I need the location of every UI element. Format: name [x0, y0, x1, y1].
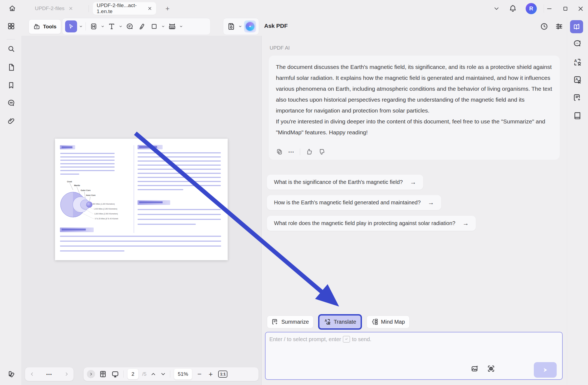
close-window-button[interactable]: [574, 3, 587, 14]
text-tool-icon: [108, 23, 115, 30]
summarize-label: Summarize: [281, 319, 309, 325]
diagram-label-inner-core: Inner Core: [86, 194, 96, 196]
svg-text:A: A: [325, 319, 327, 323]
new-tab-button[interactable]: +: [163, 4, 172, 13]
notification-bell-icon[interactable]: [509, 4, 517, 13]
translate-button-highlighted[interactable]: A Translate: [318, 314, 362, 330]
actual-size-button[interactable]: 1:1: [218, 371, 227, 378]
history-clock-icon[interactable]: [540, 22, 548, 31]
comment-tool-button[interactable]: [124, 20, 135, 32]
more-history-button[interactable]: •••: [46, 372, 52, 377]
diagram-label-outer-core: Outer Core: [81, 189, 91, 191]
translate-text-button[interactable]: A: [572, 57, 583, 68]
screenshot-camera-icon[interactable]: [487, 365, 495, 373]
translate-icon: A: [324, 318, 331, 325]
attachments-panel-button[interactable]: [6, 116, 16, 126]
home-button[interactable]: [6, 2, 19, 14]
minimize-button[interactable]: [543, 3, 556, 14]
grid-icon: [7, 22, 15, 30]
text-tool-button[interactable]: [106, 20, 117, 32]
suggestion-chip[interactable]: What is the significance of the Earth's …: [267, 175, 423, 190]
tab-updf-2-files[interactable]: UPDF-2-files: [35, 0, 73, 17]
highlight-header-tool-button[interactable]: [89, 20, 99, 32]
pdf-page-2[interactable]: Crust Mantle Outer Core Inner Core 800 M…: [55, 139, 228, 260]
suggestion-chip[interactable]: What role does the magnetic field play i…: [267, 216, 476, 231]
previous-page-icon[interactable]: [150, 371, 156, 377]
diagram-label-crust: Crust: [67, 181, 72, 183]
save-button[interactable]: [226, 20, 236, 32]
shape-tool-button[interactable]: [149, 20, 159, 32]
rectangle-shape-icon: [151, 23, 158, 30]
home-icon: [8, 5, 16, 12]
toolbox-icon: [33, 23, 40, 30]
page-icon: [7, 63, 15, 71]
tab-active-document[interactable]: UPDF-2-file...act-1.en.te: [93, 2, 156, 15]
search-button[interactable]: [6, 44, 16, 54]
translate-page-button[interactable]: A: [572, 74, 583, 85]
bookmarks-panel-button[interactable]: [6, 80, 16, 90]
thumbs-down-icon[interactable]: [318, 148, 325, 155]
pages-panel-button[interactable]: [6, 62, 16, 72]
highlighter-tool-button[interactable]: [137, 20, 147, 32]
mind-map-button[interactable]: Mind Map: [367, 316, 410, 328]
user-avatar[interactable]: R: [526, 3, 537, 14]
presentation-mode-icon[interactable]: [111, 370, 120, 378]
maximize-button[interactable]: [559, 3, 572, 14]
expand-controls-button[interactable]: [87, 370, 95, 378]
forward-icon[interactable]: [64, 371, 69, 377]
zoom-level-input[interactable]: 51%: [174, 369, 192, 380]
prompt-input[interactable]: Enter / to select prompt, enter to send.: [265, 332, 563, 380]
chevron-down-icon[interactable]: [119, 25, 123, 28]
chevron-down-icon[interactable]: [101, 25, 105, 28]
suggestion-chip[interactable]: How is the Earth's magnetic field genera…: [267, 195, 441, 210]
chevron-down-icon[interactable]: [493, 7, 499, 11]
sidebar-divider: [7, 39, 15, 40]
input-attachments: [471, 365, 495, 373]
back-icon[interactable]: [29, 371, 35, 377]
summarize-button[interactable]: Summarize: [267, 316, 313, 328]
updf-ai-button[interactable]: [244, 20, 256, 32]
tools-button[interactable]: Tools: [29, 19, 61, 34]
ask-pdf-mode-button[interactable]: [570, 20, 583, 33]
select-tool-button[interactable]: [65, 20, 77, 32]
zoom-in-button[interactable]: +: [207, 370, 214, 378]
ai-sender-label: UPDF AI: [270, 45, 290, 51]
two-page-view-icon[interactable]: [99, 370, 107, 378]
pdf-section-heading: [60, 145, 75, 149]
summarize-panel-button[interactable]: [572, 92, 583, 103]
appearance-palette-button[interactable]: [6, 368, 16, 379]
history-nav-group: •••: [25, 367, 74, 381]
pdf-text-block: [60, 236, 221, 255]
settings-sliders-icon[interactable]: [555, 22, 563, 31]
tab-divider: [89, 5, 89, 12]
more-options-button[interactable]: •••: [288, 150, 294, 154]
chevron-down-icon[interactable]: [179, 25, 183, 28]
document-canvas[interactable]: Crust Mantle Outer Core Inner Core 800 M…: [21, 36, 262, 385]
ai-chat-button[interactable]: [572, 38, 583, 49]
comments-panel-button[interactable]: [6, 98, 16, 108]
close-tab-icon[interactable]: [147, 6, 152, 11]
zoom-out-button[interactable]: −: [196, 370, 203, 378]
tools-label: Tools: [43, 24, 56, 30]
save-tool-group: [223, 18, 259, 35]
add-image-icon[interactable]: [471, 365, 479, 373]
search-icon: [7, 45, 15, 53]
comment-icon: [7, 99, 15, 107]
next-page-icon[interactable]: [160, 371, 166, 377]
paperclip-icon: [7, 117, 15, 125]
measure-tool-button[interactable]: [167, 20, 177, 32]
chevron-down-icon[interactable]: [161, 25, 165, 28]
page-number-input[interactable]: 2: [127, 369, 138, 379]
thumbs-up-icon[interactable]: [306, 148, 313, 155]
book-sparkle-icon: [572, 23, 581, 31]
save-floppy-icon: [227, 22, 235, 31]
chevron-down-icon[interactable]: [238, 25, 242, 28]
thumbnails-panel-button[interactable]: [6, 21, 16, 31]
close-tab-icon[interactable]: [68, 6, 73, 11]
copy-icon[interactable]: [276, 148, 283, 155]
cursor-pointer-icon: [68, 23, 74, 30]
message-actions: •••: [276, 148, 325, 155]
reader-mode-button[interactable]: [572, 110, 583, 121]
chevron-down-icon[interactable]: [79, 25, 83, 28]
send-button[interactable]: [534, 362, 557, 378]
